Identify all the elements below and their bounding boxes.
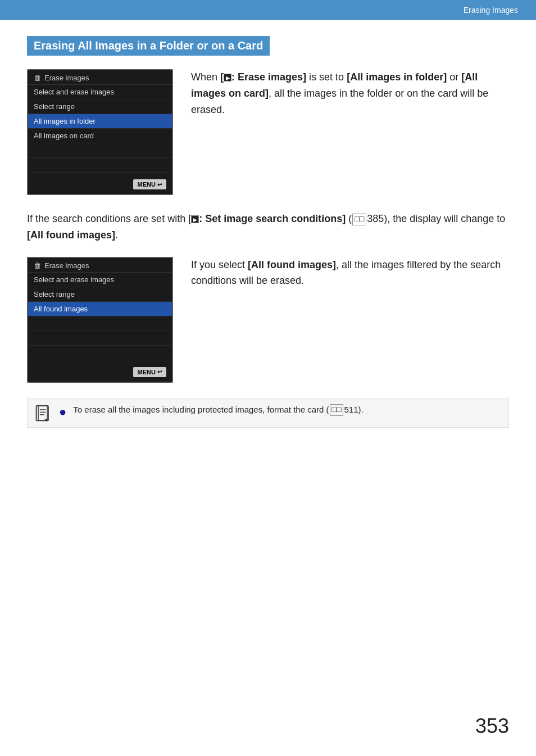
menu-item-select-range: Select range [28,99,172,114]
second-menu-item-select-erase: Select and erase images [28,273,172,287]
second-ui-title: 🗑 Erase images [28,258,172,273]
note-row: ● To erase all the images including prot… [27,399,509,428]
xref-511: □□ [330,404,344,416]
trash-icon: 🗑 [34,74,41,82]
first-description: When [▶: Erase images] is set to [All im… [191,69,509,117]
second-menu-item-all-found: All found images [28,302,172,316]
note-bullet-icon: ● [59,405,66,419]
svg-marker-5 [44,418,47,421]
first-camera-ui: 🗑 Erase images Select and erase images S… [27,69,173,195]
svg-rect-1 [38,405,47,420]
note-text: To erase all the images including protec… [73,404,363,417]
note-page-icon [34,405,52,423]
second-menu-item-empty3 [28,346,172,360]
menu-item-all-on-card: All images on card [28,129,172,143]
first-ui-footer: MENU ↩ [28,175,172,194]
second-menu-item-empty2 [28,331,172,346]
second-menu-item-select-range: Select range [28,287,172,302]
second-menu-item-empty1 [28,316,172,331]
menu-arrow-icon: ↩ [157,182,162,188]
second-row: 🗑 Erase images Select and erase images S… [27,257,509,383]
second-ui-footer: MENU ↩ [28,363,172,382]
first-row: 🗑 Erase images Select and erase images S… [27,69,509,195]
second-menu-arrow-icon: ↩ [157,369,162,375]
section-title: Erasing All Images in a Folder or on a C… [34,39,263,52]
menu-item-empty1 [28,143,172,158]
menu-button: MENU ↩ [133,179,166,189]
trash-icon-2: 🗑 [34,261,41,270]
second-description: If you select [All found images], all th… [191,257,509,289]
main-content: Erasing All Images in a Folder or on a C… [0,20,536,455]
header-title: Erasing Images [464,6,518,15]
menu-item-select-erase: Select and erase images [28,85,172,99]
menu-item-empty2 [28,158,172,173]
first-ui-title: 🗑 Erase images [28,70,172,85]
page-header: Erasing Images [0,0,536,20]
second-camera-ui: 🗑 Erase images Select and erase images S… [27,257,173,383]
second-menu-button: MENU ↩ [133,367,166,377]
mid-paragraph: If the search conditions are set with [▶… [27,211,509,243]
menu-item-all-in-folder: All images in folder [28,114,172,129]
page-number: 353 [475,714,509,738]
xref-385: □□ [352,214,366,225]
section-title-box: Erasing All Images in a Folder or on a C… [27,36,270,56]
